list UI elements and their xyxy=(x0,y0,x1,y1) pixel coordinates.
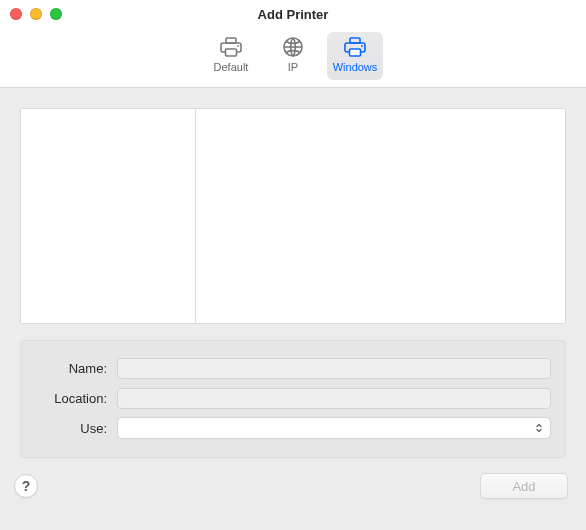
globe-icon xyxy=(279,34,307,60)
help-button[interactable]: ? xyxy=(14,474,38,498)
tab-ip-label: IP xyxy=(288,61,298,73)
svg-rect-6 xyxy=(350,38,360,43)
svg-rect-7 xyxy=(350,49,361,56)
use-popup[interactable] xyxy=(117,417,551,439)
location-input[interactable] xyxy=(117,388,551,409)
toolbar: Default IP xyxy=(0,28,586,88)
use-row: Use: xyxy=(35,413,551,443)
minimize-window-button[interactable] xyxy=(30,8,42,20)
name-row: Name: xyxy=(35,353,551,383)
tab-windows[interactable]: Windows xyxy=(327,32,383,80)
location-label: Location: xyxy=(35,391,107,406)
window-title: Add Printer xyxy=(0,7,586,22)
window-controls xyxy=(10,8,62,20)
svg-point-8 xyxy=(361,45,363,47)
printer-icon xyxy=(217,34,245,60)
svg-point-3 xyxy=(237,45,239,47)
close-window-button[interactable] xyxy=(10,8,22,20)
svg-rect-2 xyxy=(226,49,237,56)
smb-servers-list[interactable] xyxy=(21,109,196,323)
use-label: Use: xyxy=(35,421,107,436)
tab-ip[interactable]: IP xyxy=(265,32,321,80)
printer-form: Name: Location: Use: xyxy=(20,340,566,458)
name-label: Name: xyxy=(35,361,107,376)
zoom-window-button[interactable] xyxy=(50,8,62,20)
smb-browser xyxy=(20,108,566,324)
titlebar: Add Printer xyxy=(0,0,586,28)
tab-default-label: Default xyxy=(214,61,249,73)
add-button-label: Add xyxy=(512,479,535,494)
content-area: Name: Location: Use: xyxy=(0,88,586,530)
add-button[interactable]: Add xyxy=(480,473,568,499)
printer-windows-icon xyxy=(341,34,369,60)
chevron-up-down-icon xyxy=(532,422,546,434)
smb-printers-list[interactable] xyxy=(196,109,565,323)
name-input[interactable] xyxy=(117,358,551,379)
location-row: Location: xyxy=(35,383,551,413)
add-printer-window: Add Printer Default xyxy=(0,0,586,530)
tab-windows-label: Windows xyxy=(333,61,378,73)
help-icon: ? xyxy=(22,478,31,494)
footer: ? Add xyxy=(0,458,586,514)
svg-rect-1 xyxy=(226,38,236,43)
tab-default[interactable]: Default xyxy=(203,32,259,80)
